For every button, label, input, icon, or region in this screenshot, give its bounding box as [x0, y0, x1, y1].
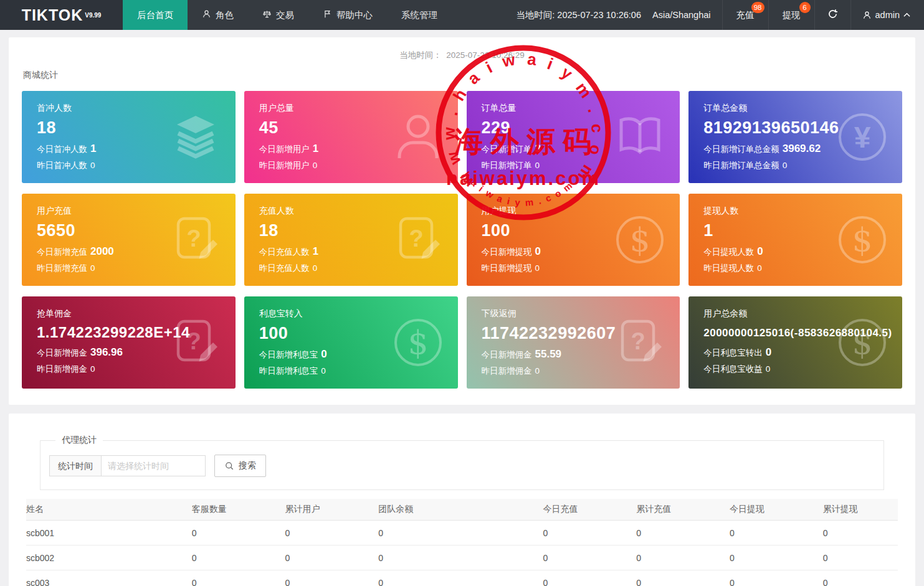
- card-today-label: 今日新增订单总金额: [703, 144, 779, 154]
- svg-text:?: ?: [186, 225, 201, 252]
- refresh-icon: [827, 9, 838, 22]
- card-yesterday-label: 昨日新增用户: [259, 161, 310, 170]
- flag-icon: [323, 9, 332, 21]
- card-today-label: 今日首冲人数: [37, 144, 87, 154]
- agent-filter-row: 统计时间 搜索: [49, 455, 875, 477]
- local-time-label: 当地时间:: [516, 9, 555, 21]
- cell-value: 0: [730, 570, 823, 586]
- stat-card-user-total-balance: 用户总余额 20000000125016(-8583626880104.5) 今…: [688, 296, 902, 389]
- cell-value: 0: [285, 521, 378, 546]
- username: admin: [875, 10, 900, 20]
- menu-item-roles[interactable]: 角色: [188, 0, 248, 30]
- card-today-value: 0: [757, 245, 763, 257]
- cell-value: 0: [192, 570, 285, 586]
- main-menu: 后台首页 角色 交易 帮助中心 系统管理: [123, 0, 452, 30]
- card-yesterday-value: 0: [313, 161, 318, 170]
- col-header-service-count: 客服数量: [192, 499, 285, 521]
- edit-doc-icon: ?: [391, 212, 445, 267]
- card-yesterday-value: 0: [321, 366, 326, 376]
- svg-text:?: ?: [186, 328, 201, 354]
- table-header-row: 姓名 客服数量 累计用户 团队余额 今日充值 累计充值 今日提现 累计提现: [26, 499, 898, 521]
- card-today-label: 今日充值人数: [259, 247, 310, 257]
- user-menu[interactable]: admin: [850, 0, 924, 30]
- card-yesterday-value: 0: [313, 263, 318, 273]
- table-row[interactable]: scb002 0 0 0 0 0 0 0: [26, 546, 898, 570]
- svg-text:$: $: [407, 324, 428, 361]
- logo-version: V9.99: [85, 12, 101, 19]
- agent-stats-fieldset: 代理统计 统计时间 搜索: [40, 435, 884, 490]
- panel-time-value: 2025-07-23 10:26:29: [446, 50, 524, 60]
- menu-item-trade[interactable]: 交易: [248, 0, 308, 30]
- card-today-value: 0: [766, 346, 771, 358]
- table-row[interactable]: sc003 0 0 0 0 0 0 0: [26, 570, 898, 586]
- col-header-name: 姓名: [26, 499, 192, 521]
- cell-value: 0: [543, 521, 637, 546]
- col-header-total-withdraw: 累计提现: [823, 499, 898, 521]
- stat-card-total-orders: 订单总量 229 今日新增订单3 昨日新增订单0: [467, 91, 680, 183]
- card-yesterday-label: 昨日新增佣金: [37, 364, 87, 374]
- recharge-link[interactable]: 充值 98: [722, 0, 768, 30]
- cell-value: 0: [823, 521, 898, 546]
- card-yesterday-label: 昨日充值人数: [259, 263, 310, 273]
- cell-value: 0: [192, 546, 285, 570]
- menu-item-label: 角色: [216, 9, 234, 21]
- menu-item-label: 交易: [276, 9, 294, 21]
- navbar-right: 当地时间: 2025-07-23 10:26:06 Asia/Shanghai …: [510, 0, 924, 30]
- stat-time-input[interactable]: [101, 455, 206, 476]
- cell-value: 0: [378, 546, 543, 570]
- yen-circle-icon: ¥: [835, 110, 890, 164]
- svg-text:$: $: [852, 221, 872, 258]
- card-today-value: 1: [313, 143, 318, 154]
- cell-value: 0: [636, 546, 730, 570]
- agent-table: 姓名 客服数量 累计用户 团队余额 今日充值 累计充值 今日提现 累计提现 sc…: [26, 499, 898, 586]
- cell-value: 0: [378, 570, 543, 586]
- withdraw-badge: 6: [799, 2, 811, 13]
- chevron-up-icon: [903, 12, 910, 17]
- card-yesterday-label: 昨日首冲人数: [37, 161, 87, 170]
- stat-card-total-users: 用户总量 45 今日新增用户1 昨日新增用户0: [244, 91, 458, 183]
- col-header-team-balance: 团队余额: [378, 499, 543, 521]
- cell-value: 0: [543, 570, 637, 586]
- app-logo: TIKTOK V9.99: [0, 0, 123, 30]
- card-today-label: 今日新增提现: [482, 247, 532, 257]
- section-title-mall-stats: 商城统计: [23, 70, 901, 81]
- card-yesterday-value: 0: [783, 161, 788, 170]
- card-yesterday-value: 0: [90, 364, 95, 374]
- cell-value: 0: [636, 570, 730, 586]
- search-button[interactable]: 搜索: [214, 455, 266, 477]
- stat-time-label: 统计时间: [49, 455, 101, 476]
- cell-value: 0: [730, 521, 823, 546]
- menu-item-help-center[interactable]: 帮助中心: [308, 0, 387, 30]
- user-icon: [391, 110, 445, 164]
- card-today-label: 今日提现人数: [703, 247, 754, 257]
- menu-item-system[interactable]: 系统管理: [387, 0, 452, 30]
- local-time-value: 2025-07-23 10:26:06: [557, 10, 641, 20]
- recharge-badge: 98: [751, 2, 764, 13]
- menu-item-label: 帮助中心: [336, 9, 373, 21]
- col-header-today-recharge: 今日充值: [543, 499, 637, 521]
- refresh-button[interactable]: [814, 0, 850, 30]
- section-title-agent-stats: 代理统计: [55, 435, 103, 446]
- user-icon: [202, 9, 211, 21]
- search-icon: [224, 461, 234, 471]
- cell-value: 0: [636, 521, 730, 546]
- withdraw-link[interactable]: 提现 6: [768, 0, 814, 30]
- svg-text:$: $: [630, 221, 650, 258]
- cell-value: 0: [823, 570, 898, 586]
- menu-item-dashboard[interactable]: 后台首页: [123, 0, 188, 30]
- cell-name: scb001: [26, 521, 192, 546]
- table-row[interactable]: scb001 0 0 0 0 0 0 0: [26, 521, 898, 546]
- withdraw-label: 提现: [783, 9, 801, 21]
- cell-value: 0: [192, 521, 285, 546]
- user-icon: [862, 11, 872, 20]
- svg-text:$: $: [852, 324, 872, 361]
- scales-icon: [262, 9, 272, 21]
- local-time: 当地时间: 2025-07-23 10:26:06: [510, 0, 647, 30]
- edit-doc-icon: ?: [168, 315, 223, 370]
- stat-card-grid: 首冲人数 18 今日首冲人数1 昨日首冲人数0 用户总量 45 今日新增用户1 …: [22, 91, 902, 389]
- card-yesterday-label: 昨日新增订单: [482, 161, 532, 170]
- dollar-circle-icon: $: [835, 212, 890, 267]
- cell-value: 0: [285, 570, 378, 586]
- main-content: 当地时间： 2025-07-23 10:26:29 商城统计 首冲人数 18 今…: [0, 30, 924, 586]
- card-today-value: 396.96: [90, 346, 123, 358]
